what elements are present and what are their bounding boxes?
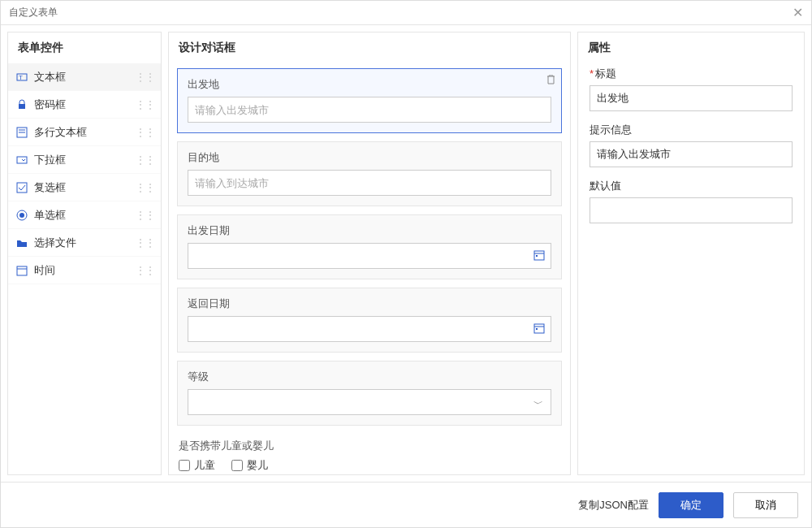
- prop-input-hint[interactable]: [590, 141, 793, 167]
- field-label: 返回日期: [188, 296, 551, 311]
- folder-icon: [16, 237, 28, 249]
- checkbox-child[interactable]: 儿童: [179, 458, 215, 473]
- design-canvas[interactable]: 出发地 目的地 出发日期 返回日期: [169, 63, 570, 474]
- grip-icon: ⋮⋮: [135, 181, 154, 194]
- field-label: 出发地: [188, 77, 551, 92]
- widget-item-select[interactable]: 下拉框 ⋮⋮: [8, 146, 161, 174]
- checkbox-infant[interactable]: 婴儿: [231, 458, 268, 473]
- chevron-down-icon: ﹀: [533, 397, 543, 411]
- calendar-icon: [16, 265, 28, 276]
- field-select-class[interactable]: [188, 389, 551, 415]
- widget-label: 文本框: [34, 70, 66, 84]
- grip-icon: ⋮⋮: [135, 236, 154, 249]
- widget-label: 下拉框: [34, 153, 66, 167]
- window-title: 自定义表单: [9, 6, 58, 19]
- field-label: 等级: [188, 370, 551, 384]
- checkbox-input[interactable]: [231, 460, 243, 471]
- field-input-dest[interactable]: [188, 170, 551, 196]
- svg-rect-7: [17, 183, 27, 193]
- widget-label: 多行文本框: [34, 125, 87, 140]
- svg-rect-12: [534, 251, 544, 260]
- widget-item-checkbox[interactable]: 复选框 ⋮⋮: [8, 174, 161, 201]
- widget-item-textbox[interactable]: T 文本框 ⋮⋮: [8, 63, 161, 91]
- widget-panel: 表单控件 T 文本框 ⋮⋮ 密码框 ⋮⋮ 多行文本框 ⋮⋮: [7, 32, 162, 475]
- checkbox-icon: [16, 182, 28, 193]
- field-block-dest[interactable]: 目的地: [177, 141, 562, 206]
- radio-icon: [16, 210, 28, 221]
- widget-label: 密码框: [34, 97, 66, 112]
- field-input-origin[interactable]: [188, 97, 551, 123]
- props-panel-title: 属性: [578, 32, 804, 63]
- textbox-icon: T: [16, 71, 28, 83]
- grip-icon: ⋮⋮: [135, 71, 154, 84]
- calendar-icon[interactable]: [533, 249, 545, 261]
- field-input-return[interactable]: [188, 316, 551, 342]
- prop-input-title[interactable]: [590, 85, 793, 111]
- field-label: 目的地: [188, 150, 551, 165]
- titlebar: 自定义表单 ✕: [1, 1, 811, 25]
- textarea-icon: [16, 127, 28, 138]
- svg-point-9: [19, 213, 24, 218]
- svg-rect-6: [17, 157, 27, 163]
- svg-rect-10: [17, 266, 27, 275]
- widget-item-password[interactable]: 密码框 ⋮⋮: [8, 91, 161, 119]
- prop-label-title: *标题: [590, 67, 793, 81]
- widget-label: 时间: [34, 263, 55, 278]
- calendar-icon[interactable]: [533, 322, 545, 334]
- widget-label: 选择文件: [34, 236, 76, 250]
- lock-icon: [16, 99, 28, 110]
- svg-rect-14: [536, 255, 538, 257]
- checkbox-input[interactable]: [179, 460, 190, 471]
- delete-icon[interactable]: [546, 74, 556, 84]
- svg-rect-15: [534, 324, 544, 333]
- design-panel-title: 设计对话框: [169, 32, 570, 63]
- widget-label: 复选框: [34, 180, 66, 195]
- field-block-return[interactable]: 返回日期: [177, 288, 562, 353]
- dialog-footer: 复制JSON配置 确定 取消: [1, 482, 811, 527]
- prop-label-default: 默认值: [590, 179, 793, 193]
- grip-icon: ⋮⋮: [135, 264, 154, 277]
- widget-label: 单选框: [34, 208, 66, 223]
- svg-text:T: T: [19, 74, 23, 81]
- field-block-children[interactable]: 是否携带儿童或婴儿 儿童 婴儿: [177, 434, 562, 474]
- grip-icon: ⋮⋮: [135, 126, 154, 139]
- ok-button[interactable]: 确定: [659, 492, 723, 518]
- cancel-button[interactable]: 取消: [733, 492, 798, 518]
- grip-icon: ⋮⋮: [135, 98, 154, 111]
- dialog-body: 表单控件 T 文本框 ⋮⋮ 密码框 ⋮⋮ 多行文本框 ⋮⋮: [1, 25, 811, 482]
- close-icon[interactable]: ✕: [793, 5, 803, 20]
- svg-rect-17: [536, 328, 538, 330]
- widget-item-file[interactable]: 选择文件 ⋮⋮: [8, 229, 161, 257]
- svg-rect-2: [19, 104, 25, 109]
- copy-json-link[interactable]: 复制JSON配置: [578, 498, 649, 513]
- prop-input-default[interactable]: [590, 197, 793, 223]
- widget-item-radio[interactable]: 单选框 ⋮⋮: [8, 201, 161, 229]
- field-input-depart[interactable]: [188, 243, 551, 269]
- field-block-origin[interactable]: 出发地: [177, 68, 562, 133]
- widget-item-time[interactable]: 时间 ⋮⋮: [8, 257, 161, 284]
- field-block-depart[interactable]: 出发日期: [177, 214, 562, 279]
- widget-panel-title: 表单控件: [8, 32, 161, 63]
- design-panel: 设计对话框 出发地 目的地 出发日期: [168, 32, 571, 475]
- field-label: 出发日期: [188, 223, 551, 238]
- field-block-class[interactable]: 等级 ﹀: [177, 361, 562, 426]
- grip-icon: ⋮⋮: [135, 154, 154, 167]
- prop-label-hint: 提示信息: [590, 123, 793, 137]
- custom-form-dialog: 自定义表单 ✕ 表单控件 T 文本框 ⋮⋮ 密码框 ⋮⋮ 多行文本框: [0, 0, 812, 528]
- dropdown-icon: [16, 154, 28, 166]
- field-label: 是否携带儿童或婴儿: [179, 439, 560, 453]
- grip-icon: ⋮⋮: [135, 209, 154, 222]
- props-panel: 属性 *标题 提示信息 默认值: [577, 32, 805, 475]
- widget-list: T 文本框 ⋮⋮ 密码框 ⋮⋮ 多行文本框 ⋮⋮ 下拉框 ⋮: [8, 63, 161, 474]
- widget-item-textarea[interactable]: 多行文本框 ⋮⋮: [8, 119, 161, 146]
